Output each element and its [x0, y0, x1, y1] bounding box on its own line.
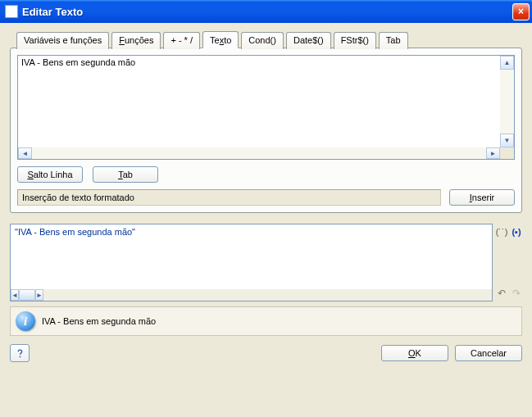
scroll-right-icon[interactable]: ► — [35, 289, 43, 301]
app-icon — [5, 5, 18, 18]
expression-hscrollbar[interactable]: ◄ ► — [11, 289, 492, 301]
scroll-track[interactable] — [500, 70, 514, 134]
tab-row: Variáveis e funções Funções + - * / Text… — [16, 31, 522, 48]
bracket-icon[interactable]: (˙˙) — [495, 225, 508, 238]
scroll-down-icon[interactable]: ▼ — [500, 134, 514, 147]
status-text: Inserção de texto formatado — [17, 189, 441, 206]
paren-fill-icon[interactable]: (▪) — [510, 225, 523, 238]
expression-input[interactable]: "IVA - Bens em segunda mão" ◄ ► — [10, 224, 493, 301]
window-title: Editar Texto — [22, 6, 512, 18]
tab-variaveis[interactable]: Variáveis e funções — [16, 32, 109, 49]
close-icon: × — [518, 6, 524, 17]
expression-value: "IVA - Bens em segunda mão" — [11, 224, 492, 289]
window-body: Variáveis e funções Funções + - * / Text… — [0, 23, 532, 369]
scroll-left-icon[interactable]: ◄ — [11, 289, 19, 301]
scroll-track[interactable] — [32, 147, 486, 159]
status-row: Inserção de texto formatado Inserir — [17, 189, 515, 206]
tab-fstr[interactable]: FStr$() — [334, 32, 376, 49]
tab-texto[interactable]: Texto — [202, 31, 239, 48]
expression-panel: "IVA - Bens em segunda mão" ◄ ► (˙˙) (▪)… — [10, 224, 522, 301]
scroll-thumb[interactable] — [19, 289, 35, 301]
close-button[interactable]: × — [512, 3, 530, 20]
tab-panel: IVA - Bens em segunda mão ▲ ▼ ◄ ► Salto … — [10, 48, 522, 213]
help-button[interactable] — [10, 344, 30, 362]
tab-button[interactable]: Tab — [93, 166, 158, 183]
titlebar: Editar Texto × — [0, 0, 532, 23]
info-row: i IVA - Bens em segunda mão — [10, 306, 522, 336]
text-input-value: IVA - Bens em segunda mão — [18, 56, 500, 147]
tab-cond[interactable]: Cond() — [241, 32, 284, 49]
scroll-left-icon[interactable]: ◄ — [18, 147, 32, 159]
text-buttons-row: Salto Linha Tab — [17, 166, 515, 183]
text-input-area[interactable]: IVA - Bens em segunda mão ▲ ▼ ◄ ► — [17, 55, 515, 160]
inserir-button[interactable]: Inserir — [449, 189, 515, 206]
redo-icon[interactable]: ↷ — [510, 287, 523, 300]
cancel-button[interactable]: Cancelar — [455, 345, 522, 361]
tab-tab[interactable]: Tab — [379, 32, 408, 49]
scroll-right-icon[interactable]: ► — [486, 147, 500, 159]
info-icon: i — [16, 311, 35, 331]
scroll-up-icon[interactable]: ▲ — [500, 56, 514, 70]
tab-date[interactable]: Date$() — [286, 32, 331, 49]
help-icon — [15, 348, 25, 359]
horizontal-scrollbar[interactable]: ◄ ► — [18, 147, 500, 159]
undo-icon[interactable]: ↶ — [495, 287, 508, 300]
dialog-buttons-row: OK Cancelar — [10, 344, 522, 362]
tab-operators[interactable]: + - * / — [163, 32, 200, 49]
salto-linha-button[interactable]: Salto Linha — [17, 166, 83, 183]
ok-button[interactable]: OK — [381, 345, 448, 361]
svg-point-0 — [19, 356, 20, 357]
info-text: IVA - Bens em segunda mão — [42, 316, 156, 326]
tab-funcoes[interactable]: Funções — [111, 32, 161, 49]
vertical-scrollbar[interactable]: ▲ ▼ — [500, 56, 514, 147]
scroll-corner — [500, 147, 514, 159]
expression-side-icons: (˙˙) (▪) ↶ ↷ — [496, 224, 522, 301]
